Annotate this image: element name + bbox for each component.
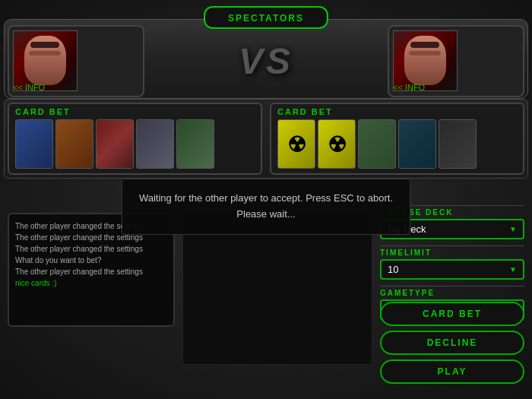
face-right: [404, 36, 446, 85]
radioactive-icon-1: ☢: [287, 131, 306, 157]
waiting-text-line2: Please wait...: [138, 207, 394, 223]
chat-line-3: The other player changed the settings: [15, 243, 167, 255]
card-left-2[interactable]: [55, 119, 93, 169]
chat-line-4: What do you want to bet?: [15, 255, 167, 266]
card-bet-panel-left: CARD BET: [8, 103, 262, 175]
timelimit-label: TIMELIMIT: [380, 245, 524, 257]
waiting-text-line1: Waiting for the other player to accept. …: [138, 191, 394, 207]
card-right-3[interactable]: [358, 119, 396, 169]
spectators-label: SPECTATORS: [228, 13, 304, 24]
cards-row-left: [15, 119, 255, 169]
timelimit-dropdown[interactable]: 10 ▼: [380, 259, 524, 280]
timelimit-dropdown-arrow: ▼: [509, 265, 517, 274]
chat-line-6: nice cards :): [15, 277, 167, 289]
radioactive-icon-2: ☢: [328, 131, 347, 157]
play-button[interactable]: PLAY: [380, 359, 524, 384]
card-art-1: [16, 120, 52, 168]
card-bet-title-left: CARD BET: [15, 107, 255, 116]
avatar-left: [13, 30, 78, 91]
waiting-overlay: Waiting for the other player to accept. …: [122, 179, 410, 235]
player-panel-left: << INFO: [8, 25, 144, 97]
card-bet-button[interactable]: CARD BET: [380, 302, 524, 326]
card-left-5[interactable]: [176, 119, 214, 169]
chat-line-5: The other player changed the settings: [15, 266, 167, 277]
card-left-3[interactable]: [96, 119, 134, 169]
decline-button[interactable]: DECLINE: [380, 331, 524, 355]
card-art-r5: [439, 120, 476, 168]
action-buttons: CARD BET DECLINE PLAY: [380, 302, 524, 384]
card-art-3: [97, 120, 133, 168]
card-right-5[interactable]: [439, 119, 477, 169]
center-bottom-area: [182, 213, 372, 365]
card-left-4[interactable]: [136, 119, 174, 169]
card-art-r4: [399, 120, 435, 168]
card-art-2: [56, 120, 93, 168]
vs-label: VS: [239, 40, 293, 82]
info-link-left[interactable]: << INFO: [13, 83, 45, 92]
timelimit-row: TIMELIMIT 10 ▼: [380, 245, 524, 280]
timelimit-value: 10: [388, 264, 398, 275]
deck-dropdown-arrow: ▼: [509, 225, 517, 233]
avatar-right: [393, 30, 458, 91]
gametype-label: GAMETYPE: [380, 286, 524, 297]
card-right-2[interactable]: ☢: [318, 119, 356, 169]
card-bet-row: CARD BET CARD BET ☢: [8, 103, 524, 175]
face-left: [24, 36, 66, 85]
card-right-1[interactable]: ☢: [277, 119, 315, 169]
card-art-4: [137, 120, 173, 168]
card-left-1[interactable]: [15, 119, 53, 169]
cards-row-right: ☢ ☢: [277, 119, 517, 169]
card-art-5: [177, 120, 214, 168]
card-bet-panel-right: CARD BET ☢ ☢: [270, 103, 524, 175]
info-link-right[interactable]: << INFO: [393, 83, 425, 92]
card-right-4[interactable]: [398, 119, 436, 169]
spectators-bar: SPECTATORS: [204, 6, 328, 29]
card-art-r3: [359, 120, 395, 168]
players-row: << INFO VS << INFO: [8, 23, 524, 99]
card-bet-title-right: CARD BET: [277, 107, 517, 116]
player-panel-right: << INFO: [388, 25, 524, 97]
